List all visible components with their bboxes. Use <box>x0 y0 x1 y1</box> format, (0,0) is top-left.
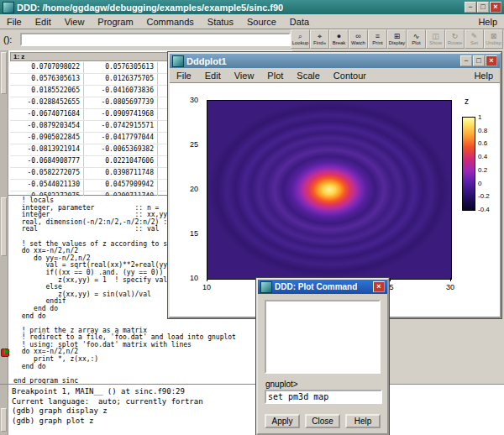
matrix-cell[interactable]: -0.0416073836 <box>84 86 158 97</box>
main-menubar: FileEditViewProgramCommandsStatusSourceD… <box>0 14 504 29</box>
toolbar-display-button[interactable]: ⊞Display <box>387 29 407 49</box>
plot-menus: FileEditViewPlotScaleContour <box>170 70 373 81</box>
matrix-cell[interactable]: -0.0805697739 <box>84 97 158 108</box>
dialog-buttons: ApplyCloseHelp <box>265 414 381 428</box>
matrix-cell[interactable]: -0.0674071684 <box>10 109 84 120</box>
matrix-cell[interactable]: -0.0417797044 <box>84 133 158 144</box>
plot-close-icon[interactable]: × <box>486 55 497 66</box>
matrix-cell[interactable]: 0.0457909942 <box>84 180 158 191</box>
menu-program[interactable]: Program <box>91 16 139 28</box>
y-tick-label: 25 <box>190 140 198 149</box>
matrix-cell[interactable]: -0.0813921914 <box>10 144 84 155</box>
rotate-icon: ↻ <box>452 32 459 40</box>
matrix-cell[interactable]: -0.0582272075 <box>10 168 84 179</box>
console-line[interactable]: (gdb) graph display z <box>12 406 203 417</box>
plot-menu-plot[interactable]: Plot <box>260 70 290 81</box>
dialog-help-button[interactable]: Help <box>345 414 381 428</box>
plot-minimize-icon[interactable]: − <box>460 55 472 66</box>
menu-status[interactable]: Status <box>201 16 240 28</box>
x-tick-label: 30 <box>446 283 454 291</box>
menu-file[interactable]: File <box>0 16 29 28</box>
matrix-cell[interactable]: 0.0707098022 <box>10 62 84 73</box>
matrix-cell[interactable]: 0.0576305613 <box>84 62 158 73</box>
matrix-cell[interactable]: -0.0288452655 <box>10 97 84 108</box>
matrix-cell[interactable]: 0.0398711748 <box>84 168 158 179</box>
plot-menu-view[interactable]: View <box>228 70 261 81</box>
colorbar-tick-label: -0.4 <box>478 206 490 213</box>
menu-view[interactable]: View <box>58 16 92 28</box>
menu-commands[interactable]: Commands <box>140 16 201 28</box>
toolbar-set-button[interactable]: ✎Set <box>465 29 484 49</box>
plot-menu-scale[interactable]: Scale <box>290 70 327 81</box>
matrix-cell[interactable]: -0.0544021130 <box>10 180 84 191</box>
plot-maximize-icon[interactable]: □ <box>473 55 485 66</box>
colorbar-tick-label: 0.6 <box>478 139 487 147</box>
dialog-titlebar[interactable]: DDD: Plot Command × <box>258 280 387 294</box>
window-controls: − □ × <box>465 2 501 13</box>
console-scrollbar-thumb[interactable] <box>1 408 7 432</box>
dialog-close-button[interactable]: Close <box>305 414 340 428</box>
console-line[interactable]: (gdb) graph plot z <box>12 417 203 427</box>
gdb-console-pane[interactable]: Breakpoint 1, MAIN__ () at sinc.f90:29Cu… <box>0 384 504 435</box>
data-scrollbar[interactable] <box>0 50 8 196</box>
plot-window-titlebar[interactable]: Dddplot1 − □ × <box>170 54 500 68</box>
argument-input[interactable] <box>20 33 291 46</box>
break-icon: ● <box>337 32 341 40</box>
plot-menu-file[interactable]: File <box>170 70 198 81</box>
close-icon[interactable]: × <box>490 2 501 13</box>
dialog-close-icon[interactable]: × <box>373 281 385 292</box>
source-line[interactable]: end do <box>13 364 236 371</box>
console-scrollbar[interactable] <box>0 385 8 435</box>
toolbar-show-button[interactable]: ◫Show <box>426 29 445 49</box>
menu-data[interactable]: Data <box>283 16 316 28</box>
dialog-apply-button[interactable]: Apply <box>265 414 300 428</box>
toolbar-break-button[interactable]: ●Break <box>329 29 349 49</box>
plot-menu-contour[interactable]: Contour <box>327 70 373 81</box>
matrix-cell[interactable]: 0.0221047606 <box>84 156 158 167</box>
exec-arrow-icon: ▶ <box>4 347 10 355</box>
print-icon: ≡ <box>375 32 380 40</box>
plot-command-history-list[interactable] <box>265 300 381 374</box>
matrix-cell[interactable]: -0.0684908777 <box>10 156 84 167</box>
toolbar-plot-button[interactable]: ∿Plot <box>407 29 426 49</box>
matrix-cell[interactable]: -0.0905022845 <box>10 133 84 144</box>
data-scrollbar-thumb[interactable] <box>1 52 7 94</box>
gnuplot-command-input[interactable] <box>265 390 382 404</box>
toolbar-print-button[interactable]: ≡Print <box>368 29 387 49</box>
source-line[interactable]: print *, z(xx,:) <box>13 356 236 364</box>
toolbar-lookup-button[interactable]: ⌕Lookup <box>291 29 310 49</box>
plot-menu-help[interactable]: Help <box>467 70 500 81</box>
maximize-icon[interactable]: □ <box>477 2 489 13</box>
matrix-cell[interactable]: 0.0576305613 <box>10 74 84 85</box>
toolbar-button-label: Plot <box>412 40 420 46</box>
menu-help[interactable]: Help <box>471 16 504 28</box>
gdb-console-output: Breakpoint 1, MAIN__ () at sinc.f90:29Cu… <box>12 387 203 426</box>
toolbar-undisp-button[interactable]: ⊠Undisp <box>484 29 503 49</box>
menu-source[interactable]: Source <box>240 16 283 28</box>
console-line[interactable]: Current language: auto; currently fortra… <box>12 397 203 407</box>
main-window-titlebar[interactable]: DDD: /home/ggdagw/debugging/examples/exa… <box>0 0 504 14</box>
matrix-cell[interactable]: 0.0185522065 <box>10 86 84 97</box>
toolbar-rotate-button[interactable]: ↻Rotate <box>445 29 465 49</box>
source-scrollbar-thumb[interactable] <box>1 197 7 256</box>
main-window-title: DDD: /home/ggdagw/debugging/examples/exa… <box>17 3 283 13</box>
matrix-cell[interactable]: -0.0909741968 <box>84 109 158 120</box>
display-icon: ⊞ <box>394 32 401 40</box>
matrix-cell[interactable]: -0.0065369382 <box>84 144 158 155</box>
matrix-cell[interactable]: -0.0742915571 <box>84 121 158 132</box>
plot-window-title: Dddplot1 <box>186 56 227 66</box>
toolbar-watch-button[interactable]: ∞Watch <box>349 29 368 49</box>
toolbar-button-label: Watch <box>351 40 365 46</box>
watch-icon: ∞ <box>355 32 360 40</box>
matrix-cell[interactable]: 0.0126375705 <box>84 74 158 85</box>
matrix-cell[interactable]: -0.0879203454 <box>10 121 84 132</box>
menu-edit[interactable]: Edit <box>29 16 58 28</box>
breakpoint-marker[interactable]: ▶ <box>1 349 14 357</box>
minimize-icon[interactable]: − <box>465 2 476 13</box>
toolbar-button-label: Print <box>372 40 382 46</box>
console-line[interactable]: Breakpoint 1, MAIN__ () at sinc.f90:29 <box>12 387 203 397</box>
toolbar-find-button[interactable]: ⌖Find» <box>310 29 329 49</box>
colorbar-tick-label: -0.2 <box>478 192 490 200</box>
y-axis-ticks: 1015202530 <box>170 100 203 278</box>
plot-menu-edit[interactable]: Edit <box>198 70 228 81</box>
